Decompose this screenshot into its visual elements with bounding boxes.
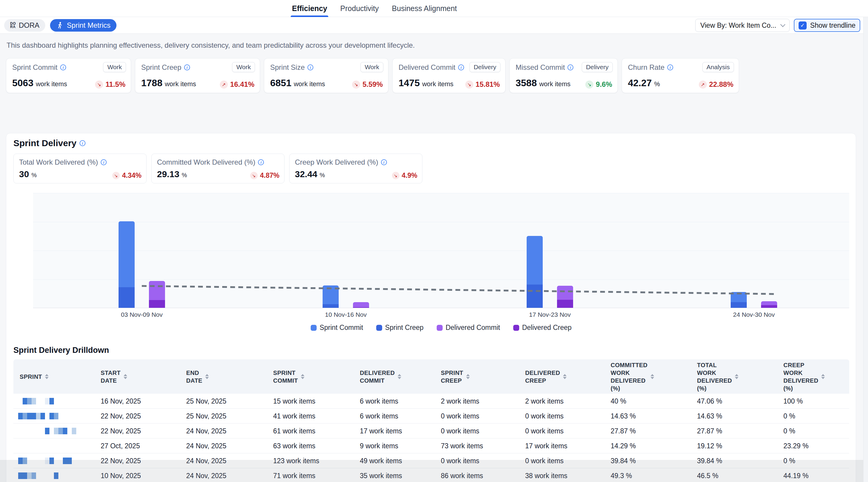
column-header-sprint-creep[interactable]: SPRINTCREEP bbox=[441, 369, 525, 385]
redacted-block bbox=[18, 413, 23, 419]
info-icon[interactable]: i bbox=[258, 159, 264, 165]
sort-icon[interactable] bbox=[735, 374, 738, 379]
sort-icon[interactable] bbox=[124, 374, 127, 379]
legend-item-delivered-creep[interactable]: Delivered Creep bbox=[513, 323, 571, 332]
table-cell: 35 work items bbox=[360, 472, 441, 480]
sprint-creep-segment[interactable] bbox=[322, 304, 339, 308]
table-row[interactable]: 10 Nov, 202524 Nov, 202571 work items35 … bbox=[13, 468, 849, 482]
sprint-commit-segment[interactable] bbox=[731, 292, 747, 302]
delivered-stack-bar[interactable] bbox=[557, 286, 573, 308]
page-scrollbar[interactable] bbox=[863, 17, 868, 482]
table-cell: 24 Nov, 2025 bbox=[186, 442, 273, 450]
table-header: SPRINTSTARTDATEENDDATESPRINTCOMMITDELIVE… bbox=[13, 360, 849, 394]
column-header-committed-work-delivered[interactable]: COMMITTEDWORKDELIVERED(%) bbox=[611, 361, 697, 392]
legend-item-sprint-creep[interactable]: Sprint Creep bbox=[376, 323, 424, 332]
info-icon[interactable]: i bbox=[667, 64, 673, 70]
sprint-commit-segment[interactable] bbox=[322, 285, 339, 304]
delivered-commit-segment[interactable] bbox=[149, 281, 165, 300]
column-header-total-work-delivered[interactable]: TOTALWORKDELIVERED(%) bbox=[697, 361, 783, 392]
sprint-creep-segment[interactable] bbox=[731, 302, 747, 308]
delivered-commit-segment[interactable] bbox=[761, 301, 777, 305]
sprint-creep-segment[interactable] bbox=[119, 287, 135, 308]
subcard-title: Committed Work Delivered (%) bbox=[157, 158, 255, 166]
info-icon[interactable]: i bbox=[80, 140, 86, 146]
sort-icon[interactable] bbox=[821, 374, 825, 379]
sprint-creep-segment[interactable] bbox=[527, 285, 543, 308]
delivered-stack-bar[interactable] bbox=[149, 281, 165, 308]
redacted-block bbox=[27, 413, 32, 419]
info-icon[interactable]: i bbox=[567, 64, 574, 70]
redacted-block bbox=[63, 457, 67, 464]
table-row[interactable]: 22 Nov, 202524 Nov, 202561 work items17 … bbox=[13, 424, 849, 438]
sprint-stack-bar[interactable] bbox=[527, 236, 543, 308]
tab-efficiency[interactable]: Efficiency bbox=[291, 0, 328, 17]
sprint-commit-segment[interactable] bbox=[527, 236, 543, 285]
column-header-sprint-commit[interactable]: SPRINTCOMMIT bbox=[273, 369, 360, 385]
metric-cards-row: Sprint CommitiWork5063work items↘11.5%Sp… bbox=[6, 58, 739, 93]
info-icon[interactable]: i bbox=[101, 159, 106, 165]
delivered-commit-segment[interactable] bbox=[557, 286, 573, 300]
redacted-block bbox=[67, 457, 72, 464]
view-by-dropdown[interactable]: View By: Work Item Co... bbox=[695, 19, 790, 32]
delivered-creep-segment[interactable] bbox=[353, 307, 369, 308]
sprint-metrics-button[interactable]: Sprint Metrics bbox=[50, 19, 117, 32]
metric-value: 1788 bbox=[141, 78, 162, 89]
sprint-stack-bar[interactable] bbox=[322, 285, 339, 308]
sort-icon[interactable] bbox=[45, 374, 49, 379]
legend-label: Delivered Creep bbox=[522, 323, 571, 332]
delivered-creep-segment[interactable] bbox=[557, 300, 573, 308]
trendline-checkbox[interactable]: ✓ bbox=[799, 22, 807, 30]
table-cell: 41 work items bbox=[273, 412, 360, 420]
sort-icon[interactable] bbox=[205, 374, 209, 379]
column-header-start-date[interactable]: STARTDATE bbox=[101, 369, 186, 385]
trend-value: 9.6% bbox=[596, 80, 612, 89]
info-icon[interactable]: i bbox=[184, 64, 190, 70]
sort-icon[interactable] bbox=[398, 374, 401, 379]
sort-icon[interactable] bbox=[651, 374, 654, 379]
column-header-end-date[interactable]: ENDDATE bbox=[186, 369, 273, 385]
redacted-block bbox=[45, 428, 50, 434]
info-icon[interactable]: i bbox=[60, 64, 66, 70]
delivered-commit-segment[interactable] bbox=[353, 302, 369, 307]
column-header-delivered-creep[interactable]: DELIVEREDCREEP bbox=[525, 369, 611, 385]
sprint-name-redacted bbox=[13, 424, 101, 438]
category-badge: Delivery bbox=[469, 62, 500, 72]
delivered-creep-segment[interactable] bbox=[761, 305, 777, 308]
trend-down-badge: ↘15.81% bbox=[465, 80, 500, 89]
tab-business-alignment[interactable]: Business Alignment bbox=[391, 0, 458, 17]
table-row[interactable]: 27 Oct, 202524 Nov, 202563 work items9 w… bbox=[13, 438, 849, 453]
sort-icon[interactable] bbox=[466, 374, 470, 379]
sprint-stack-bar[interactable] bbox=[731, 292, 747, 308]
sort-icon[interactable] bbox=[563, 374, 566, 379]
column-header-delivered-commit[interactable]: DELIVEREDCOMMIT bbox=[360, 369, 441, 385]
sprint-stack-bar[interactable] bbox=[119, 221, 135, 308]
sort-icon[interactable] bbox=[301, 374, 304, 379]
delivered-stack-bar[interactable] bbox=[353, 302, 369, 308]
table-row[interactable]: 22 Nov, 202524 Nov, 2025123 work items49… bbox=[13, 453, 849, 468]
legend-swatch bbox=[311, 325, 317, 331]
table-cell: 14.29 % bbox=[611, 442, 697, 450]
subcard-header: Committed Work Delivered (%)i bbox=[157, 158, 279, 166]
sort-asc-arrow bbox=[651, 374, 654, 376]
sprint-commit-segment[interactable] bbox=[119, 221, 135, 287]
column-header-creep-work-delivered[interactable]: CREEPWORKDELIVERED(%) bbox=[783, 361, 849, 392]
redacted-block bbox=[32, 473, 36, 479]
info-icon[interactable]: i bbox=[307, 64, 313, 70]
column-header-label: COMMITTEDWORKDELIVERED(%) bbox=[611, 361, 648, 392]
redacted-block bbox=[54, 473, 58, 479]
table-cell: 23.29 % bbox=[783, 442, 849, 450]
info-icon[interactable]: i bbox=[458, 64, 464, 70]
legend-item-delivered-commit[interactable]: Delivered Commit bbox=[437, 323, 500, 332]
column-header-sprint[interactable]: SPRINT bbox=[13, 373, 101, 380]
table-row[interactable]: 22 Nov, 202525 Nov, 202541 work items6 w… bbox=[13, 408, 849, 424]
sort-asc-arrow bbox=[563, 374, 566, 376]
delivered-creep-segment[interactable] bbox=[149, 300, 165, 308]
tab-productivity[interactable]: Productivity bbox=[339, 0, 380, 17]
info-icon[interactable]: i bbox=[381, 159, 387, 165]
legend-item-sprint-commit[interactable]: Sprint Commit bbox=[311, 323, 363, 332]
table-row[interactable]: 16 Nov, 202525 Nov, 202515 work items6 w… bbox=[13, 394, 849, 408]
metric-card-sprint-commit: Sprint CommitiWork5063work items↘11.5% bbox=[6, 58, 131, 93]
show-trendline-toggle[interactable]: ✓ Show trendline bbox=[794, 19, 860, 32]
delivered-stack-bar[interactable] bbox=[761, 301, 777, 308]
dora-button[interactable]: DORA DORA bbox=[4, 19, 45, 32]
